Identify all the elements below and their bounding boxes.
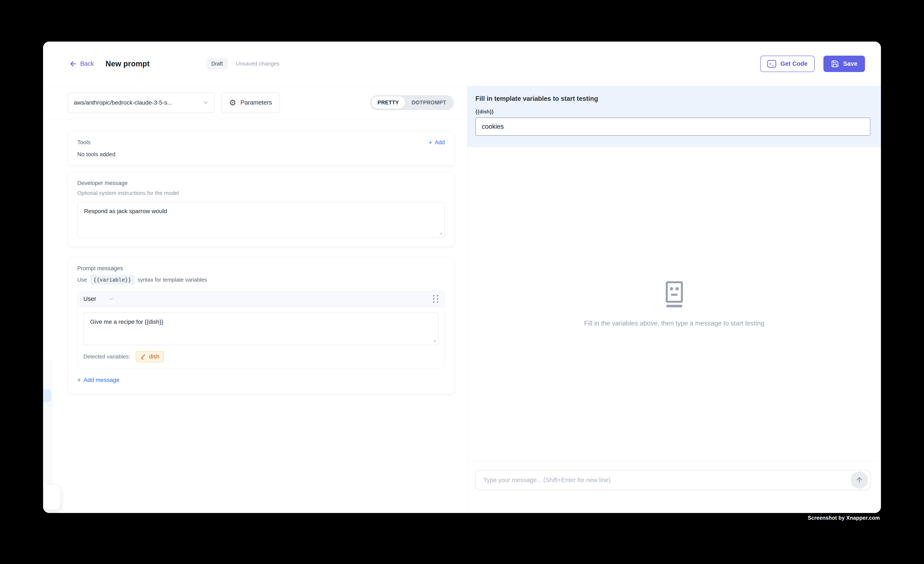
add-tool-label: Add [435, 139, 445, 146]
main-content: aws/anthropic/bedrock-claude-3-5-s... ⚙ … [43, 86, 881, 513]
template-variables-panel: Fill in template variables to start test… [468, 86, 881, 147]
back-label: Back [80, 60, 94, 67]
test-pane: Fill in template variables to start test… [467, 86, 881, 513]
variable-value-input[interactable] [476, 118, 870, 136]
gear-icon: ⚙ [229, 99, 236, 106]
back-arrow-icon [69, 60, 77, 68]
user-message-textarea[interactable]: Give me a recipe for {{dish}} [83, 312, 439, 345]
edit-pencil-icon [140, 354, 146, 360]
user-textarea-wrap: Give me a recipe for {{dish}} [83, 312, 439, 345]
tools-card: Tools + Add No tools added [68, 132, 454, 165]
app-window: Back New prompt Draft Unsaved changes >_… [43, 42, 881, 513]
sidebar-remnant-highlight [43, 389, 51, 402]
robot-face-icon [663, 281, 685, 308]
message-body: Give me a recipe for {{dish}} Detected v… [78, 307, 445, 369]
prompt-editor-pane: aws/anthropic/bedrock-claude-3-5-s... ⚙ … [43, 86, 467, 513]
role-label: User [83, 296, 96, 302]
developer-message-subtitle: Optional system instructions for the mod… [77, 190, 445, 196]
arrow-up-icon [855, 476, 863, 484]
parameters-label: Parameters [240, 99, 272, 106]
sidebar-remnant-strip [43, 360, 53, 484]
tab-dotprompt[interactable]: DOTPROMPT [405, 96, 453, 109]
developer-message-card: Developer message Optional system instru… [68, 172, 454, 246]
add-message-button[interactable]: + Add message [77, 377, 445, 383]
drag-handle[interactable] [433, 295, 439, 303]
save-floppy-icon [831, 60, 839, 68]
message-block: User Give me a recipe for {{ [77, 291, 445, 369]
template-variables-title: Fill in template variables to start test… [476, 95, 870, 102]
prompt-messages-card: Prompt messages Use {{variable}} syntax … [68, 257, 454, 394]
header-actions: >_ Get Code Save [760, 56, 865, 72]
unsaved-changes-text: Unsaved changes [236, 60, 279, 67]
developer-message-title: Developer message [77, 180, 445, 186]
variable-syntax-chip: {{variable}} [90, 275, 135, 285]
resize-handle-icon[interactable] [432, 338, 436, 343]
tools-card-header: Tools + Add [77, 139, 445, 146]
tab-pretty[interactable]: PRETTY [371, 96, 405, 109]
get-code-button[interactable]: >_ Get Code [760, 56, 814, 72]
prompt-messages-title: Prompt messages [77, 265, 445, 272]
prompt-messages-subtitle: Use {{variable}} syntax for template var… [77, 275, 445, 285]
variable-chip-label: dish [149, 353, 160, 360]
variable-chip-dish[interactable]: dish [136, 351, 164, 362]
developer-textarea-wrap: Respond as jack sparrow would [77, 202, 445, 238]
detected-variables-label: Detected variables: [83, 353, 130, 360]
back-button[interactable]: Back [69, 60, 94, 68]
subtitle-suffix: syntax for template variables [138, 276, 207, 283]
editor-scroll-area: Tools + Add No tools added Developer mes… [43, 119, 467, 513]
editor-toolbar: aws/anthropic/bedrock-claude-3-5-s... ⚙ … [43, 86, 467, 119]
chevron-down-icon [202, 99, 209, 106]
variable-name-label: {{dish}} [476, 109, 870, 115]
floating-corner-card [44, 484, 61, 510]
chat-empty-state: Fill in the variables above, then type a… [468, 147, 881, 461]
get-code-label: Get Code [780, 60, 807, 67]
developer-message-textarea[interactable]: Respond as jack sparrow would [77, 202, 445, 238]
page-title: New prompt [105, 59, 150, 68]
save-label: Save [843, 60, 857, 67]
detected-variables-row: Detected variables: dish [83, 351, 439, 362]
plus-icon: + [428, 140, 432, 146]
send-button[interactable] [851, 471, 868, 489]
terminal-icon: >_ [767, 60, 776, 68]
parameters-button[interactable]: ⚙ Parameters [221, 92, 280, 113]
header: Back New prompt Draft Unsaved changes >_… [43, 42, 881, 86]
tools-title: Tools [77, 139, 90, 146]
subtitle-prefix: Use [77, 276, 87, 283]
message-input-wrap [476, 470, 870, 490]
model-selector-value: aws/anthropic/bedrock-claude-3-5-s... [74, 99, 172, 106]
add-tool-button[interactable]: + Add [428, 139, 445, 146]
chevron-down-icon [108, 296, 114, 302]
role-selector[interactable]: User [83, 296, 114, 302]
message-input[interactable] [476, 470, 870, 490]
format-toggle: PRETTY DOTPROMPT [370, 95, 454, 110]
watermark: Screenshot by Xnapper.com [808, 515, 880, 521]
status-badge: Draft [206, 58, 228, 69]
model-selector[interactable]: aws/anthropic/bedrock-claude-3-5-s... [68, 92, 215, 113]
plus-icon: + [77, 377, 81, 383]
tools-empty-text: No tools added [77, 151, 445, 158]
resize-handle-icon[interactable] [438, 230, 442, 236]
save-button[interactable]: Save [824, 56, 865, 72]
message-composer [468, 461, 881, 513]
empty-state-text: Fill in the variables above, then type a… [584, 320, 764, 327]
desktop-backdrop: { "header": { "back_label": "Back", "tit… [0, 0, 924, 564]
add-message-label: Add message [84, 377, 120, 383]
message-header: User [78, 291, 445, 307]
